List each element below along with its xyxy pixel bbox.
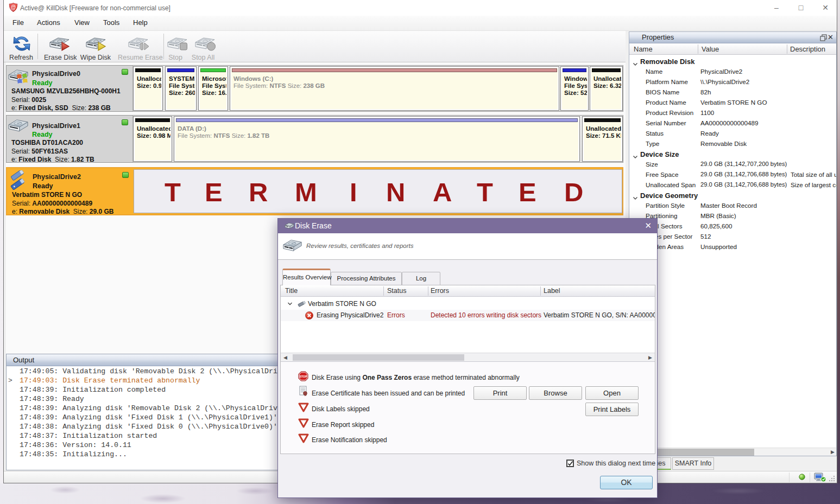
svg-text:STOP: STOP <box>300 375 307 378</box>
svg-text:@: @ <box>11 4 16 10</box>
